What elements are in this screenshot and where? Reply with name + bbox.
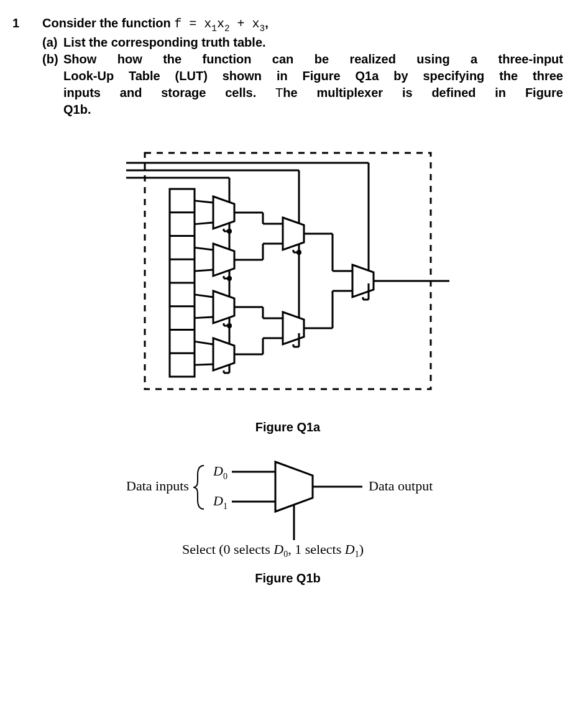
storage-cells [170, 189, 195, 377]
svg-text:0: 0 [223, 472, 227, 481]
question-row: 1 Consider the function f = x1x2 + x3, (… [12, 15, 563, 118]
svg-line-21 [195, 270, 213, 271]
intro-eq: = [181, 17, 204, 31]
svg-point-55 [296, 250, 301, 255]
intro-x3: x [252, 17, 260, 31]
stage1-mux3 [195, 291, 234, 323]
page: 1 Consider the function f = x1x2 + x3, (… [0, 0, 588, 623]
question-number: 1 [12, 15, 42, 30]
figure-q1a-area: Figure Q1a [12, 140, 563, 447]
svg-marker-25 [213, 338, 234, 370]
figure-q1b-area: Data inputs D 0 D 1 Data output Select (… [12, 453, 563, 598]
svg-marker-76 [275, 462, 313, 512]
svg-marker-15 [213, 196, 234, 229]
svg-line-16 [195, 201, 213, 203]
stage1-mux1 [195, 178, 234, 229]
intro-x1: x [204, 17, 211, 31]
question-intro: Consider the function f = x1x2 + x3, [42, 15, 563, 34]
intro-plus: + [230, 17, 252, 31]
part-b-l3: inputs and storage cells. The multiplexe… [63, 85, 563, 101]
part-b-l3-b: he multiplexer is defined in Figure [283, 86, 563, 99]
part-b-label: (b) [42, 51, 63, 118]
svg-marker-19 [213, 244, 234, 276]
part-b: (b) Show how the function can be realize… [42, 51, 563, 118]
question-body: Consider the function f = x1x2 + x3, (a)… [42, 15, 563, 118]
part-b-l3-a: inputs and storage cells. [63, 86, 275, 99]
svg-line-26 [195, 342, 213, 345]
svg-line-17 [195, 223, 213, 224]
intro-sub2: 2 [224, 24, 230, 34]
svg-point-33 [227, 276, 232, 281]
svg-text:D: D [213, 463, 223, 479]
figure-q1b-caption: Figure Q1b [255, 571, 321, 586]
part-b-l1: Show how the function can be realized us… [63, 51, 563, 68]
svg-marker-39 [283, 218, 304, 250]
part-a-text: List the corresponding truth table. [63, 34, 563, 51]
svg-line-20 [195, 248, 213, 250]
intro-prefix: Consider the function [42, 16, 174, 30]
lut-diagram [126, 140, 449, 402]
svg-line-27 [195, 364, 213, 365]
svg-line-23 [195, 295, 213, 297]
intro-sub1: 1 [211, 24, 217, 34]
svg-point-30 [227, 229, 232, 234]
stage1-mux2 [195, 244, 234, 276]
part-b-l2: Look-Up Table (LUT) shown in Figure Q1a … [63, 68, 563, 85]
svg-marker-59 [352, 265, 374, 297]
svg-line-24 [195, 317, 213, 318]
svg-marker-46 [283, 312, 304, 344]
intro-comma: , [265, 16, 269, 30]
data-output-text: Data output [369, 478, 433, 494]
figure-q1a-caption: Figure Q1a [255, 420, 320, 434]
part-a-label: (a) [42, 34, 63, 51]
select-text: Select (0 selects D0, 1 selects D1) [182, 541, 364, 559]
stage1-mux4 [195, 338, 234, 370]
svg-text:1: 1 [223, 502, 227, 511]
svg-marker-22 [213, 291, 234, 323]
mux-definition-diagram: Data inputs D 0 D 1 Data output Select (… [114, 453, 462, 559]
part-a: (a) List the corresponding truth table. [42, 34, 563, 51]
part-b-text: Show how the function can be realized us… [63, 51, 563, 118]
intro-sub3: 3 [260, 24, 265, 34]
data-inputs-text: Data inputs [126, 478, 189, 494]
intro-f: f [174, 17, 181, 31]
stage3-mux [304, 234, 374, 328]
part-b-l4: Q1b. [63, 101, 563, 118]
svg-point-36 [227, 323, 232, 328]
svg-text:D: D [213, 493, 223, 508]
intro-x2: x [217, 17, 224, 31]
